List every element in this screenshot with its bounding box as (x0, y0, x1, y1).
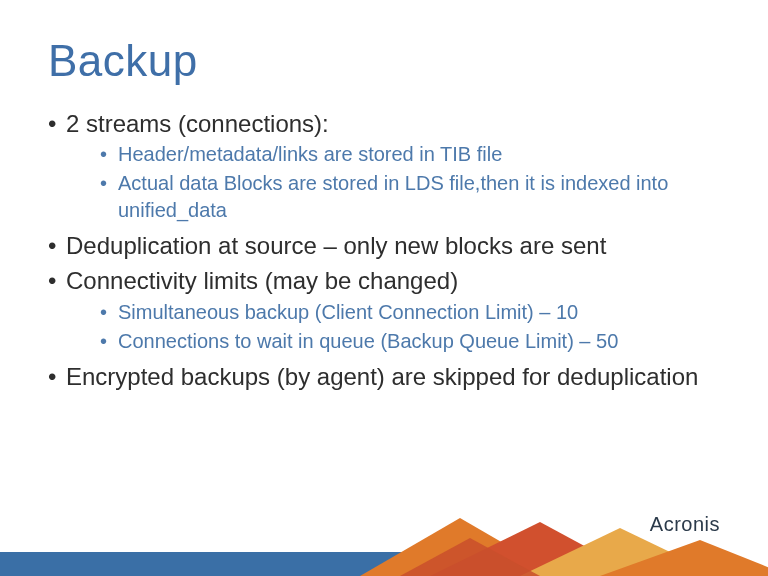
svg-marker-1 (360, 518, 560, 576)
bullet-text: Header/metadata/links are stored in TIB … (118, 143, 502, 165)
bullet-list: 2 streams (connections): Header/metadata… (48, 108, 720, 392)
sub-list: Header/metadata/links are stored in TIB … (66, 141, 720, 224)
list-item: 2 streams (connections): Header/metadata… (48, 108, 720, 224)
slide-content: 2 streams (connections): Header/metadata… (48, 108, 720, 396)
slide-title: Backup (48, 36, 198, 86)
list-item: Deduplication at source – only new block… (48, 230, 720, 261)
sub-list: Simultaneous backup (Client Connection L… (66, 299, 720, 355)
svg-marker-4 (600, 540, 768, 576)
bullet-text: Encrypted backups (by agent) are skipped… (66, 363, 698, 390)
bullet-text: Deduplication at source – only new block… (66, 232, 606, 259)
list-item: Actual data Blocks are stored in LDS fil… (66, 170, 720, 224)
brand-logo-text: Acronis (650, 513, 720, 536)
list-item: Encrypted backups (by agent) are skipped… (48, 361, 720, 392)
bullet-text: Connections to wait in queue (Backup Que… (118, 330, 618, 352)
list-item: Simultaneous backup (Client Connection L… (66, 299, 720, 326)
slide: Backup 2 streams (connections): Header/m… (0, 0, 768, 576)
bullet-text: Connectivity limits (may be changed) (66, 267, 458, 294)
bullet-text: Actual data Blocks are stored in LDS fil… (118, 172, 668, 221)
bullet-text: 2 streams (connections): (66, 110, 329, 137)
list-item: Connectivity limits (may be changed) Sim… (48, 265, 720, 354)
bullet-text: Simultaneous backup (Client Connection L… (118, 301, 578, 323)
svg-rect-0 (0, 552, 430, 576)
list-item: Header/metadata/links are stored in TIB … (66, 141, 720, 168)
list-item: Connections to wait in queue (Backup Que… (66, 328, 720, 355)
svg-marker-2 (430, 522, 640, 576)
svg-marker-5 (400, 538, 540, 576)
